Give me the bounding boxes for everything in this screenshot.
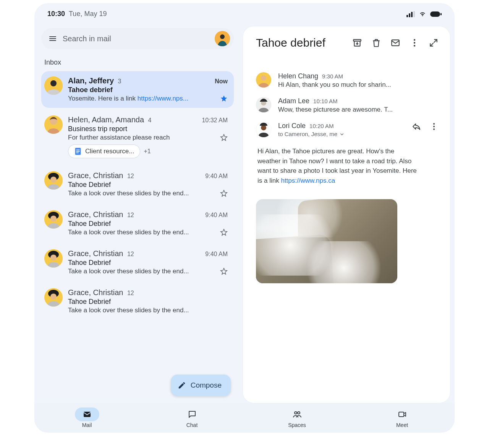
star-icon[interactable] [220,95,228,102]
svg-rect-1 [409,13,410,17]
conversation-title: Tahoe debrief [256,36,348,49]
thread-item[interactable]: Grace, Christian 12 9:40 AM Tahoe Debrie… [41,166,234,203]
profile-avatar[interactable] [215,31,230,46]
thread-item[interactable]: Grace, Christian 12 9:40 AM Tahoe Debrie… [41,283,234,320]
message-expanded: Lori Cole 10:20 AM to Cameron, Jesse, me [256,122,439,137]
message-collapsed[interactable]: Adam Lee 10:10 AM Wow, these picturese a… [256,97,439,114]
reply-icon[interactable] [412,122,421,131]
thread-item[interactable]: Grace, Christian 12 9:40 AM Tahoe Debrie… [41,205,234,242]
thread-subject: Business trip report [68,125,228,133]
thread-count: 12 [127,212,134,218]
delete-icon[interactable] [371,38,381,48]
compose-button[interactable]: Compose [171,375,231,396]
spaces-icon [293,410,302,419]
star-icon[interactable] [220,190,228,197]
nav-spaces[interactable]: Spaces [278,407,316,428]
thread-senders: Helen, Adam, Amanda [68,115,144,124]
thread-item[interactable]: Grace, Christian 12 9:40 AM Tahoe Debrie… [41,244,234,281]
svg-point-29 [414,39,415,41]
status-time: 10:30 [47,10,65,18]
thread-snippet: Take a look over these slides by the end… [68,268,189,275]
more-vert-icon[interactable] [429,122,439,131]
svg-rect-27 [353,39,361,41]
message-sender: Lori Cole [278,122,306,130]
attachment-chip-label: Client resource... [85,148,134,155]
thread-avatar [44,249,63,268]
svg-point-7 [220,34,225,39]
svg-point-23 [50,255,57,261]
svg-point-42 [295,412,297,414]
svg-rect-12 [76,149,79,150]
chat-icon [188,410,197,419]
thread-item[interactable]: Alan, Jeffery 3 Now Tahoe debrief Yosemi… [41,71,234,108]
thread-senders: Grace, Christian [68,171,123,180]
chevron-down-icon [339,131,345,137]
svg-rect-0 [406,15,408,17]
nav-meet[interactable]: Meet [383,407,421,428]
device-frame: 10:30 Tue, May 19 [34,3,455,433]
message-time: 9:30 AM [322,73,343,80]
svg-rect-13 [76,151,79,152]
message-sender: Helen Chang [278,72,318,80]
thread-avatar [44,171,63,190]
thread-snippet: Take a look over these slides by the end… [68,190,189,197]
attachment-chip-more[interactable]: +1 [144,148,151,155]
search-input[interactable] [62,34,210,44]
svg-rect-2 [411,12,413,17]
star-icon[interactable] [220,229,228,236]
svg-point-33 [261,75,266,81]
inbox-pane: Inbox Alan, Jeffery 3 [34,20,241,403]
message-recipients[interactable]: to Cameron, Jesse, me [278,131,345,137]
svg-rect-44 [399,412,404,417]
svg-point-39 [433,126,435,127]
message-preview: Hi Alan, thank you so much for sharin... [278,81,439,89]
image-attachment[interactable] [256,199,397,283]
svg-point-9 [50,80,57,86]
svg-rect-4 [430,11,440,17]
star-icon[interactable] [220,134,228,141]
thread-senders: Alan, Jeffery [68,76,114,85]
svg-point-40 [433,128,435,130]
thread-count: 4 [148,117,151,123]
cellular-signal-icon [406,11,415,17]
svg-rect-5 [440,13,442,15]
svg-point-37 [261,125,266,130]
star-icon[interactable] [220,268,228,275]
thread-senders: Grace, Christian [68,210,123,219]
thread-subject: Tahoe Debrief [68,259,228,267]
message-time: 10:20 AM [309,123,334,129]
docs-icon [74,147,82,156]
svg-point-17 [50,177,57,183]
message-body-link[interactable]: https://www.nps.ca [281,177,335,184]
meet-icon [398,410,407,419]
thread-count: 12 [127,251,134,257]
pencil-icon [178,381,186,390]
mark-unread-icon[interactable] [390,38,400,48]
thread-senders: Grace, Christian [68,249,123,258]
more-vert-icon[interactable] [410,38,419,48]
nav-chat-label: Chat [186,422,198,428]
thread-snippet-link[interactable]: https://www.nps... [138,95,188,102]
attachment-chip[interactable]: Client resource... [68,144,140,158]
thread-time: Now [215,78,228,85]
thread-time: 9:40 AM [205,251,228,258]
message-time: 10:10 AM [313,98,337,104]
svg-rect-3 [413,11,415,17]
nav-chat[interactable]: Chat [173,407,211,428]
nav-mail[interactable]: Mail [68,407,106,428]
message-collapsed[interactable]: Helen Chang 9:30 AM Hi Alan, thank you s… [256,72,439,89]
menu-icon[interactable] [48,34,57,43]
battery-icon [430,11,442,17]
archive-icon[interactable] [352,38,362,48]
thread-avatar [44,210,63,229]
expand-icon[interactable] [429,38,439,48]
thread-time: 10:32 AM [202,117,228,124]
thread-snippet: Take a look over these slides by the end… [68,307,189,314]
message-avatar [256,122,271,137]
search-bar[interactable] [41,28,234,49]
thread-subject: Tahoe Debrief [68,181,228,189]
status-bar: 10:30 Tue, May 19 [34,3,455,20]
nav-spaces-label: Spaces [288,422,306,428]
thread-item[interactable]: Helen, Adam, Amanda 4 10:32 AM Business … [41,110,234,164]
status-date: Tue, May 19 [69,10,107,18]
